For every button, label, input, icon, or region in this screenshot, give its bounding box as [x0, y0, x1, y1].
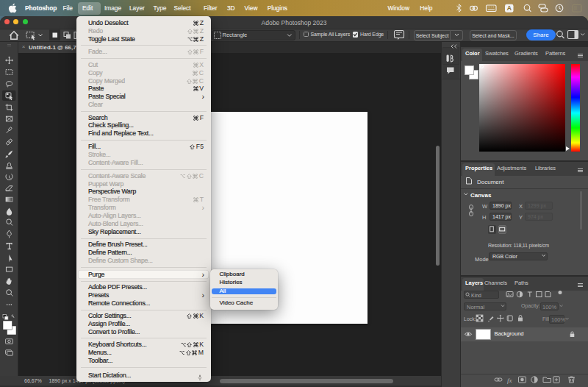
svg-text:A: A [507, 4, 512, 12]
svg-text:fx: fx [507, 377, 512, 384]
